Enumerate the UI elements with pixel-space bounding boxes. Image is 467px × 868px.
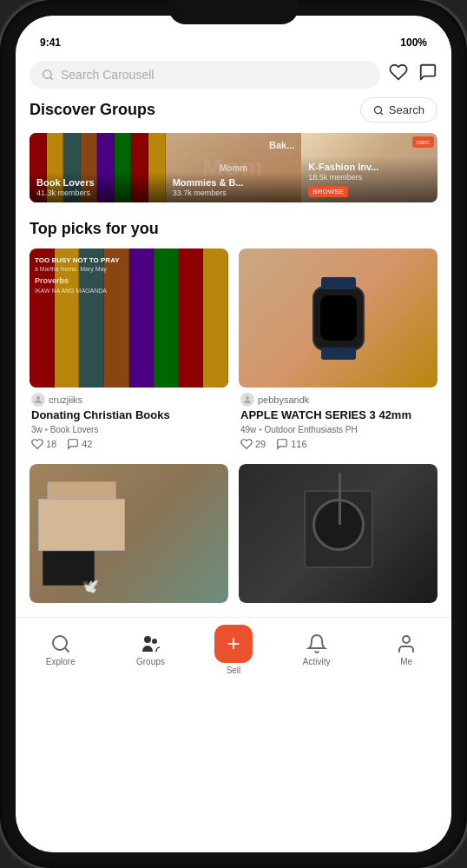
group-card-mommies[interactable]: Mom Momm Bak... Mommies & B... 33.7k mem…: [166, 133, 302, 202]
search-bar[interactable]: Search Carousell: [30, 61, 380, 89]
nav-groups[interactable]: Groups: [124, 633, 176, 666]
group-card-book-lovers[interactable]: Book Lovers 41.3k members: [30, 133, 166, 202]
pick-actions-watch: 29 116: [240, 438, 436, 450]
pick-username-books: cruzjiiks: [49, 394, 82, 405]
pick-title-books: Donating Christian Books: [31, 408, 227, 423]
picks-grid: TOO BUSY NOT TO PRAY a Martha Home. Mary…: [30, 248, 437, 603]
search-icon: [42, 69, 54, 81]
group-name-2: Mommies & B...: [173, 177, 295, 189]
me-icon: [396, 633, 417, 654]
pick-like-watch[interactable]: 29: [240, 438, 266, 450]
top-icons: [389, 63, 437, 87]
pick-like-books[interactable]: 18: [31, 438, 56, 450]
groups-icon: [140, 633, 161, 654]
nav-sell-label: Sell: [227, 666, 241, 675]
group-name-3: K-Fashion Inv...: [308, 162, 431, 173]
like-count-watch: 29: [255, 439, 266, 449]
carou-badge: carc: [412, 136, 434, 148]
svg-point-5: [246, 396, 249, 400]
group-name-1: Book Lovers: [36, 177, 159, 189]
group-members-3: 18.5k members: [308, 173, 431, 182]
pick-user-watch: pebbysandk: [240, 393, 436, 407]
top-picks-title: Top picks for you: [30, 220, 159, 237]
phone-screen: 9:41 100% Search Carousell: [16, 16, 451, 852]
group-members-2: 33.7k members: [173, 189, 295, 197]
svg-point-10: [403, 636, 410, 643]
nav-explore[interactable]: Explore: [35, 633, 87, 666]
discover-groups-section: Discover Groups Search: [16, 97, 451, 202]
group-card-overlay-3: K-Fashion Inv... 18.5k members BROWSE: [301, 156, 437, 202]
nav-explore-label: Explore: [46, 657, 76, 666]
like-count-books: 18: [46, 439, 56, 449]
explore-icon: [50, 633, 71, 654]
pick-title-watch: APPLE WATCH SERIES 3 42mm: [240, 408, 436, 423]
phone-frame: 9:41 100% Search Carousell: [0, 0, 467, 868]
nav-me-label: Me: [400, 657, 412, 666]
groups-row: Book Lovers 41.3k members Mom Momm Bak..…: [30, 133, 437, 202]
activity-icon: [306, 633, 327, 654]
notch: [168, 0, 299, 24]
pick-actions-books: 18 42: [31, 438, 227, 450]
svg-point-8: [144, 636, 151, 643]
svg-point-9: [152, 639, 157, 644]
pick-avatar-watch: [240, 393, 254, 407]
discover-search-label: Search: [389, 103, 424, 116]
top-picks-section: Top picks for you: [16, 202, 451, 617]
search-btn-icon: [373, 105, 384, 116]
pick-info-watch: pebbysandk APPLE WATCH SERIES 3 42mm 49w…: [239, 388, 437, 454]
pick-info-books: cruzjiiks Donating Christian Books 3w • …: [30, 388, 228, 454]
battery: 100%: [400, 36, 427, 49]
nav-sell-wrapper: + Sell: [214, 625, 253, 675]
nav-sell-button[interactable]: +: [214, 625, 253, 663]
nav-activity-label: Activity: [303, 657, 331, 666]
search-placeholder: Search Carousell: [61, 68, 154, 82]
screen-content: 9:41 100% Search Carousell: [16, 16, 451, 852]
svg-line-1: [50, 77, 53, 80]
svg-line-3: [380, 112, 382, 114]
nav-groups-label: Groups: [136, 657, 165, 666]
heart-icon[interactable]: [389, 63, 408, 87]
browse-badge: BROWSE: [308, 186, 348, 197]
group-card-overlay: Book Lovers 41.3k members: [30, 172, 166, 202]
pick-username-watch: pebbysandk: [258, 394, 309, 405]
nav-me[interactable]: Me: [380, 633, 432, 666]
pick-card-watch[interactable]: pebbysandk APPLE WATCH SERIES 3 42mm 49w…: [239, 248, 437, 454]
time: 9:41: [40, 36, 61, 49]
bottom-nav: Explore Groups + Sell: [16, 617, 451, 686]
pick-comment-books[interactable]: 42: [67, 438, 92, 450]
svg-point-4: [36, 396, 40, 400]
message-icon[interactable]: [418, 63, 437, 87]
pick-card-books[interactable]: TOO BUSY NOT TO PRAY a Martha Home. Mary…: [30, 248, 228, 454]
svg-line-7: [64, 648, 68, 652]
pick-comment-watch[interactable]: 116: [276, 438, 306, 450]
group-card-overlay-2: Mommies & B... 33.7k members: [166, 172, 302, 202]
pick-card-package[interactable]: 🕊️: [30, 464, 228, 603]
pick-avatar-books: [31, 393, 45, 407]
top-bar: Search Carousell: [16, 54, 451, 97]
group-card-kfashion[interactable]: carc K-Fashion Inv... 18.5k members BROW…: [301, 133, 437, 202]
comment-count-books: 42: [82, 439, 92, 449]
section-header: Discover Groups Search: [30, 97, 437, 123]
pick-meta-watch: 49w • Outdoor Enthusiasts PH: [240, 425, 436, 434]
discover-groups-title: Discover Groups: [30, 101, 155, 119]
discover-search-button[interactable]: Search: [360, 97, 437, 123]
pick-meta-books: 3w • Book Lovers: [31, 425, 227, 434]
nav-activity[interactable]: Activity: [291, 633, 343, 666]
pick-card-machine[interactable]: [239, 464, 437, 603]
group-members-1: 41.3k members: [36, 189, 159, 197]
comment-count-watch: 116: [291, 439, 306, 449]
pick-user-books: cruzjiiks: [31, 393, 227, 407]
